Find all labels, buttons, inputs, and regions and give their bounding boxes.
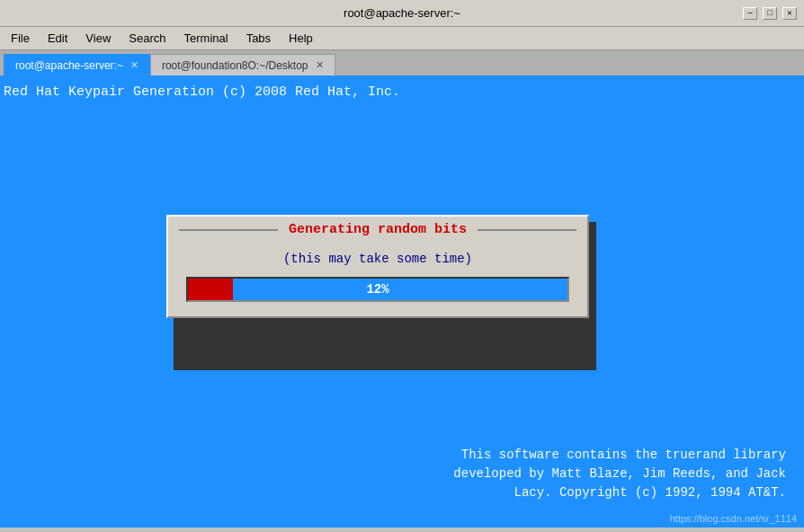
- dialog-title-bar: Generating random bits: [168, 217, 587, 243]
- maximize-button[interactable]: □: [763, 7, 777, 20]
- dialog-title-line-left: [179, 229, 278, 231]
- dialog-wrapper: Generating random bits (this may take so…: [166, 215, 612, 318]
- tab-label-1: root@apache-server:~: [15, 59, 123, 72]
- menu-terminal[interactable]: Terminal: [177, 30, 236, 47]
- title-bar: root@apache-server:~ — □ ✕: [0, 0, 804, 27]
- footer-line-1: This software contains the truerand libr…: [453, 446, 786, 465]
- menu-tabs[interactable]: Tabs: [239, 30, 278, 47]
- dialog-title-line-right: [478, 229, 576, 231]
- footer-line-2: developed by Matt Blaze, Jim Reeds, and …: [453, 465, 786, 483]
- dialog-box: Generating random bits (this may take so…: [166, 215, 589, 318]
- menu-help[interactable]: Help: [281, 30, 320, 47]
- tab-bar: root@apache-server:~ ✕ root@foundation8O…: [0, 50, 804, 75]
- progress-bar-container: 12%: [186, 277, 569, 302]
- close-button[interactable]: ✕: [782, 7, 797, 20]
- dialog-title-text: Generating random bits: [278, 222, 478, 237]
- menu-search[interactable]: Search: [121, 30, 173, 47]
- menu-edit[interactable]: Edit: [40, 30, 75, 47]
- progress-blue-segment: [233, 279, 567, 300]
- footer-line-3: Lacy. Copyright (c) 1992, 1994 AT&T.: [453, 483, 786, 502]
- dialog-subtitle: (this may take some time): [186, 252, 569, 266]
- menu-file[interactable]: File: [4, 30, 37, 47]
- progress-red-segment: [188, 279, 233, 300]
- bottom-text: This software contains the truerand libr…: [453, 446, 786, 502]
- tab-apache-server[interactable]: root@apache-server:~ ✕: [4, 54, 150, 75]
- tab-close-2[interactable]: ✕: [316, 59, 324, 71]
- terminal-area: Red Hat Keypair Generation (c) 2008 Red …: [0, 75, 804, 528]
- tab-label-2: root@foundation8O:~/Desktop: [162, 59, 308, 72]
- terminal-header: Red Hat Keypair Generation (c) 2008 Red …: [4, 83, 800, 102]
- watermark: https://blog.csdn.net/sr_1114: [670, 513, 797, 524]
- dialog-body: (this may take some time) 12%: [168, 243, 587, 316]
- window-controls[interactable]: — □ ✕: [743, 7, 797, 20]
- tab-foundation[interactable]: root@foundation8O:~/Desktop ✕: [150, 54, 335, 75]
- tab-close-1[interactable]: ✕: [130, 59, 138, 71]
- menu-view[interactable]: View: [78, 30, 118, 47]
- window-title: root@apache-server:~: [61, 6, 743, 20]
- minimize-button[interactable]: —: [743, 7, 757, 20]
- menu-bar: File Edit View Search Terminal Tabs Help: [0, 27, 804, 50]
